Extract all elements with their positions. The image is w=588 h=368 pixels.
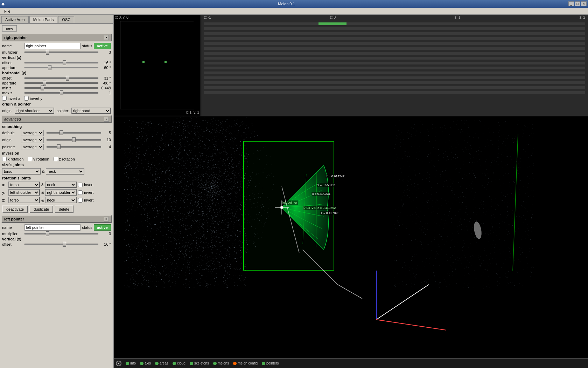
x-rotation-label: x rotation bbox=[8, 157, 23, 161]
statusbar: ● info axis areas cloud skeletons bbox=[114, 358, 588, 368]
status-areas[interactable]: areas bbox=[155, 361, 168, 365]
min-z-value: 0.449 bbox=[100, 86, 111, 90]
multiplier-slider[interactable] bbox=[24, 52, 98, 53]
status-pointers[interactable]: pointers bbox=[262, 361, 279, 365]
rot-x-invert-checkbox[interactable] bbox=[78, 183, 83, 187]
vertical-aperture-row: aperture -60 ° bbox=[0, 65, 113, 70]
status-melon-config[interactable]: melon config bbox=[233, 361, 258, 365]
duplicate-button[interactable]: duplicate bbox=[29, 205, 53, 213]
name-row: name status active bbox=[0, 42, 113, 50]
rot-y-invert-checkbox[interactable] bbox=[78, 190, 83, 195]
horizontal-aperture-slider[interactable] bbox=[24, 82, 98, 84]
tab-melon-parts[interactable]: Melon Parts bbox=[29, 16, 58, 23]
z-row-5 bbox=[201, 46, 588, 51]
smooth-pointer-row: pointer: average median 4 bbox=[0, 143, 113, 150]
min-z-slider[interactable] bbox=[24, 87, 98, 89]
rot-z-j2-select[interactable]: necktorso bbox=[45, 197, 77, 203]
left-pointer-status-button[interactable]: active bbox=[94, 224, 111, 231]
maximize-button[interactable]: □ bbox=[575, 1, 580, 6]
vertical-aperture-slider[interactable] bbox=[24, 67, 98, 68]
close-button[interactable]: × bbox=[581, 1, 587, 6]
multiplier-label: multiplier bbox=[2, 50, 23, 54]
melons-dot bbox=[213, 362, 217, 365]
horizontal-offset-label: offset bbox=[2, 76, 23, 80]
areas-dot bbox=[155, 362, 159, 365]
rot-y-j1-select[interactable]: left shouldertorso bbox=[8, 189, 40, 196]
size-joint1-select[interactable]: torso neck shoulder bbox=[2, 168, 41, 175]
left-multiplier-slider[interactable] bbox=[24, 233, 98, 234]
invert-y-checkbox[interactable] bbox=[24, 96, 29, 101]
rot-x-label: x: bbox=[2, 183, 7, 187]
vertical-x-label: vertical (x) bbox=[0, 55, 113, 60]
view-3d[interactable]: x = 0.614247 x = 0.550111 x = 0.400231 l… bbox=[114, 116, 588, 358]
smooth-default-select[interactable]: average median bbox=[21, 130, 44, 136]
file-menu[interactable]: File bbox=[1, 8, 13, 14]
horizontal-offset-slider[interactable] bbox=[24, 77, 98, 79]
smooth-default-value: 5 bbox=[104, 131, 111, 135]
point-dot-2 bbox=[164, 61, 167, 63]
z-row-10 bbox=[201, 70, 588, 75]
max-z-slider[interactable] bbox=[24, 92, 98, 94]
minimize-button[interactable]: _ bbox=[568, 1, 574, 6]
y-rotation-checkbox[interactable] bbox=[28, 157, 32, 161]
z-bar-11 bbox=[204, 76, 585, 79]
rot-z-j1-select[interactable]: torsoneck bbox=[8, 197, 40, 203]
name-input[interactable] bbox=[24, 43, 80, 49]
status-axis[interactable]: axis bbox=[140, 361, 151, 365]
new-button[interactable]: new bbox=[2, 25, 17, 32]
smooth-pointer-select[interactable]: average median bbox=[21, 144, 44, 150]
tab-osc[interactable]: OSC bbox=[58, 16, 74, 23]
advanced-header: advanced × bbox=[1, 115, 112, 123]
delete-button[interactable]: delete bbox=[55, 205, 74, 213]
left-multiplier-label: multiplier bbox=[2, 232, 23, 236]
smooth-origin-slider[interactable] bbox=[47, 139, 101, 141]
left-offset-slider[interactable] bbox=[24, 244, 98, 245]
smooth-pointer-slider[interactable] bbox=[47, 146, 101, 148]
smooth-default-slider[interactable] bbox=[47, 132, 101, 134]
rot-y-j2-select[interactable]: right shouldertorso bbox=[45, 189, 77, 196]
z-header: z: -1 z: 0 z: 1 z: 2 bbox=[201, 15, 588, 20]
vertical-offset-slider[interactable] bbox=[24, 62, 98, 63]
vertical-aperture-label: aperture bbox=[2, 66, 23, 70]
tab-active-area[interactable]: Active Area bbox=[1, 16, 29, 23]
status-circle[interactable]: ● bbox=[116, 361, 121, 366]
left-pointer-close[interactable]: × bbox=[104, 217, 109, 222]
left-pointer-name-input[interactable] bbox=[24, 224, 80, 231]
z-bar-10 bbox=[204, 71, 585, 74]
smooth-default-label: default: bbox=[2, 131, 20, 135]
status-info[interactable]: info bbox=[126, 361, 136, 365]
rot-x-j2-select[interactable]: necktorso bbox=[45, 182, 77, 188]
right-pointer-close[interactable]: × bbox=[104, 35, 109, 40]
deactivate-button[interactable]: deactivate bbox=[2, 205, 28, 213]
titlebar-title: Melon 0.1 bbox=[5, 2, 568, 6]
vertical-offset-label: offset bbox=[2, 61, 23, 65]
status-button[interactable]: active bbox=[94, 43, 111, 49]
view-2d[interactable]: x: 0, y: 0 x: 1, y: 1 bbox=[114, 15, 201, 116]
invert-y-label: invert y bbox=[30, 96, 42, 101]
x-rotation-checkbox[interactable] bbox=[2, 157, 7, 161]
z-row-1 bbox=[201, 26, 588, 31]
z-row-6 bbox=[201, 51, 588, 56]
cloud-label: cloud bbox=[177, 361, 186, 365]
rot-z-label: z: bbox=[2, 198, 7, 202]
y-rotation-item: y rotation bbox=[28, 157, 49, 161]
advanced-close[interactable]: × bbox=[104, 117, 109, 122]
rot-x-j1-select[interactable]: torsoneck bbox=[8, 182, 40, 188]
rot-z-invert-checkbox[interactable] bbox=[78, 198, 83, 203]
invert-x-checkbox[interactable] bbox=[2, 96, 7, 101]
status-melons[interactable]: melons bbox=[213, 361, 229, 365]
size-joint2-select[interactable]: neck torso shoulder bbox=[46, 168, 84, 175]
areas-label: areas bbox=[160, 361, 168, 365]
left-offset-row: offset 16 ° bbox=[0, 242, 113, 247]
pointer-select[interactable]: right hand left hand bbox=[71, 108, 111, 114]
smooth-origin-select[interactable]: average median bbox=[21, 137, 44, 143]
z-label-1: z: 0 bbox=[330, 15, 336, 19]
min-z-label: min z bbox=[2, 86, 23, 90]
info-label: info bbox=[130, 361, 136, 365]
origin-select[interactable]: right shoulder left shoulder torso neck bbox=[15, 108, 54, 114]
status-skeletons[interactable]: skeletons bbox=[190, 361, 209, 365]
max-z-value: 1 bbox=[100, 91, 111, 95]
z-row-3 bbox=[201, 36, 588, 41]
z-rotation-checkbox[interactable] bbox=[54, 157, 58, 161]
status-cloud[interactable]: cloud bbox=[173, 361, 186, 365]
